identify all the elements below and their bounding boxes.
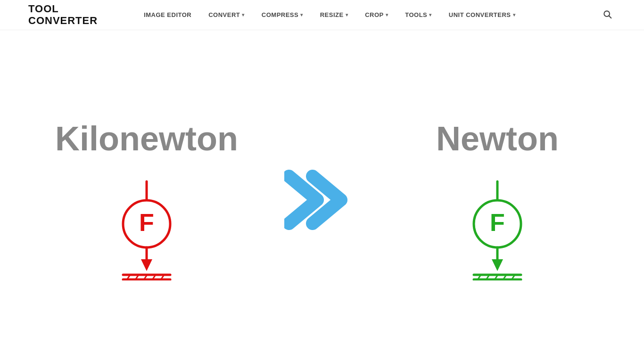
chevron-down-icon: ▾ <box>242 12 245 17</box>
nav-tools[interactable]: TOOLS ▾ <box>396 0 440 30</box>
nav-compress[interactable]: COMPRESS ▾ <box>253 0 312 30</box>
svg-text:F: F <box>139 209 154 236</box>
chevron-down-icon: ▾ <box>513 12 516 17</box>
search-icon <box>603 9 612 19</box>
search-button[interactable] <box>599 6 616 25</box>
svg-marker-6 <box>141 259 152 271</box>
nav-crop[interactable]: CROP ▾ <box>356 0 396 30</box>
chevron-down-icon: ▾ <box>300 12 303 17</box>
chevron-down-icon: ▾ <box>386 12 388 17</box>
chevron-down-icon: ▾ <box>346 12 348 17</box>
svg-marker-18 <box>492 259 503 271</box>
nav-resize[interactable]: RESIZE ▾ <box>312 0 356 30</box>
conversion-arrow <box>275 169 369 230</box>
nav-convert[interactable]: CONVERT ▾ <box>200 0 253 30</box>
kilonewton-side: Kilonewton F <box>38 119 255 280</box>
svg-line-1 <box>609 16 611 18</box>
svg-text:F: F <box>490 209 505 236</box>
site-logo[interactable]: TOOL CONVERTER <box>28 3 98 26</box>
newton-icon: F <box>450 177 545 280</box>
kilonewton-icon: F <box>99 177 194 280</box>
site-header: TOOL CONVERTER IMAGE EDITOR CONVERT ▾ CO… <box>0 0 644 30</box>
newton-title: Newton <box>436 119 559 158</box>
nav-image-editor[interactable]: IMAGE EDITOR <box>135 0 200 30</box>
kilonewton-title: Kilonewton <box>55 119 238 158</box>
chevron-down-icon: ▾ <box>429 12 432 17</box>
newton-side: Newton F <box>389 119 606 280</box>
nav-unit-converters[interactable]: UNIT CONVERTERS ▾ <box>440 0 524 30</box>
double-chevron-icon <box>284 169 360 230</box>
main-content: Kilonewton F <box>0 30 644 360</box>
main-nav: IMAGE EDITOR CONVERT ▾ COMPRESS ▾ RESIZE… <box>135 0 599 30</box>
